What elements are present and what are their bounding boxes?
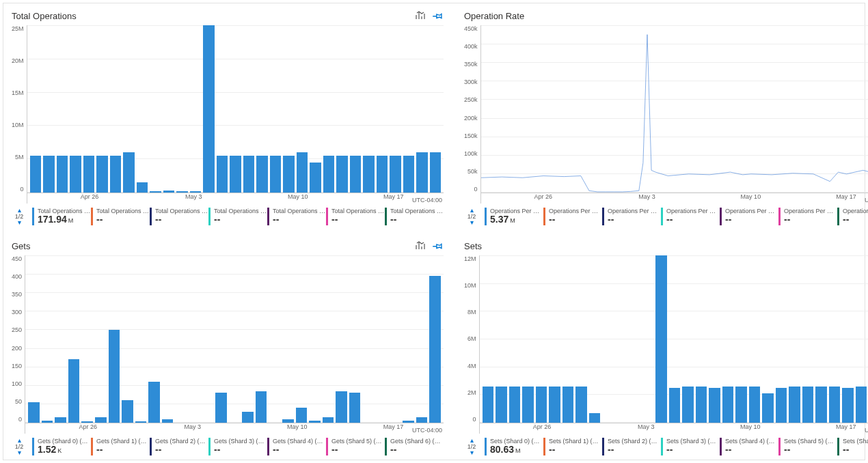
pin-icon[interactable] — [433, 240, 444, 251]
bar[interactable] — [363, 156, 375, 193]
bar[interactable] — [416, 152, 428, 193]
bar[interactable] — [70, 156, 81, 193]
bar[interactable] — [722, 387, 734, 423]
chevron-up-icon[interactable]: ▴ — [18, 208, 21, 213]
bar[interactable] — [83, 156, 95, 193]
bar[interactable] — [856, 387, 867, 423]
bar[interactable] — [55, 417, 66, 423]
chart-plot[interactable]: Apr 26May 3May 10May 17 UTC-04:00 — [25, 255, 444, 434]
legend-pager[interactable]: ▴ 1/2 ▾ — [12, 438, 27, 455]
bar[interactable] — [789, 387, 800, 423]
bar[interactable] — [323, 156, 335, 193]
bar[interactable] — [110, 156, 122, 193]
legend-item[interactable]: Total Operations (Sh…-- — [208, 208, 267, 225]
legend-item[interactable]: Gets (Shard 2) (Sum)-- — [150, 438, 208, 455]
chart-plot[interactable]: Apr 26May 3May 10May 17 UTC-04:00 — [479, 255, 868, 434]
bar[interactable] — [709, 388, 720, 423]
bar[interactable] — [215, 393, 227, 423]
bar[interactable] — [270, 156, 282, 193]
chevron-down-icon[interactable]: ▾ — [470, 450, 474, 455]
bar[interactable] — [349, 393, 361, 423]
legend-item[interactable]: Total Operations (Sh…-- — [91, 208, 150, 225]
bar[interactable] — [802, 387, 814, 423]
chart-options-icon[interactable] — [415, 240, 426, 251]
bar[interactable] — [430, 152, 442, 193]
bar[interactable] — [655, 255, 667, 423]
bar[interactable] — [390, 156, 401, 193]
bar[interactable] — [735, 387, 747, 423]
legend-item[interactable]: Gets (Shard 3) (Sum)-- — [208, 438, 267, 455]
bar[interactable] — [296, 408, 308, 423]
line-series[interactable] — [481, 35, 868, 192]
bar[interactable] — [336, 156, 348, 193]
bar[interactable] — [28, 402, 40, 423]
bar[interactable] — [815, 387, 827, 423]
legend-item[interactable]: Operations Per Secon…5.37M — [485, 208, 543, 225]
bar[interactable] — [297, 152, 308, 193]
legend-item[interactable]: Total Operations (Sh…-- — [385, 208, 444, 225]
bar[interactable] — [43, 156, 55, 193]
legend-item[interactable]: Operations Per Secon…-- — [778, 208, 837, 225]
bar[interactable] — [696, 387, 707, 423]
legend-item[interactable]: Operations Per Secon…-- — [837, 208, 868, 225]
bar[interactable] — [323, 417, 334, 423]
bar[interactable] — [95, 417, 107, 423]
legend-item[interactable]: Sets (Shard 1) (Sum)-- — [543, 438, 602, 455]
legend-item[interactable]: Total Operations (Sh…-- — [267, 208, 326, 225]
chart-plot[interactable]: Apr 26May 3May 10May 17 UTC-04:00 — [480, 25, 868, 204]
legend-item[interactable]: Gets (Shard 5) (Sum)-- — [326, 438, 385, 455]
bar[interactable] — [416, 417, 428, 423]
legend-item[interactable]: Sets (Shard 5) (Sum)-- — [778, 438, 837, 455]
bar[interactable] — [243, 156, 255, 193]
chart-plot[interactable]: Apr 26May 3May 10May 17 UTC-04:00 — [27, 25, 444, 204]
bar[interactable] — [96, 156, 108, 193]
legend-item[interactable]: Gets (Shard 6) (Sum)-- — [385, 438, 444, 455]
bar[interactable] — [842, 388, 854, 423]
bar[interactable] — [536, 387, 547, 423]
bar[interactable] — [256, 156, 268, 193]
bar[interactable] — [589, 413, 601, 423]
bar[interactable] — [483, 387, 494, 423]
chevron-down-icon[interactable]: ▾ — [18, 220, 21, 225]
bar[interactable] — [123, 152, 135, 193]
bar[interactable] — [109, 330, 120, 423]
legend-item[interactable]: Total Operations (Sh…171.94M — [32, 208, 91, 225]
bar[interactable] — [682, 387, 694, 423]
legend-item[interactable]: Operations Per Secon…-- — [661, 208, 720, 225]
legend-item[interactable]: Sets (Shard 2) (Sum)-- — [602, 438, 661, 455]
bar[interactable] — [137, 182, 148, 193]
bar[interactable] — [68, 359, 80, 423]
bar[interactable] — [562, 387, 574, 423]
chevron-up-icon[interactable]: ▴ — [470, 438, 474, 443]
legend-item[interactable]: Sets (Shard 4) (Sum)-- — [720, 438, 778, 455]
legend-item[interactable]: Total Operations (Sh…-- — [326, 208, 385, 225]
legend-item[interactable]: Operations Per Secon…-- — [602, 208, 661, 225]
bar[interactable] — [575, 387, 587, 423]
bar[interactable] — [148, 382, 160, 423]
chevron-down-icon[interactable]: ▾ — [470, 220, 474, 225]
bar[interactable] — [310, 163, 321, 193]
bar[interactable] — [217, 156, 228, 193]
pin-icon[interactable] — [433, 10, 444, 21]
bar[interactable] — [350, 156, 362, 193]
bar[interactable] — [230, 156, 241, 193]
legend-pager[interactable]: ▴ 1/2 ▾ — [464, 208, 479, 225]
legend-item[interactable]: Sets (Shard 3) (Sum)-- — [661, 438, 720, 455]
bar[interactable] — [57, 156, 68, 193]
bar[interactable] — [829, 387, 841, 423]
chart-options-icon[interactable] — [415, 10, 426, 21]
bar[interactable] — [203, 25, 215, 193]
legend-item[interactable]: Sets (Shard 6) (Sum)-- — [837, 438, 868, 455]
bar[interactable] — [669, 388, 681, 423]
bar[interactable] — [336, 391, 347, 423]
bar[interactable] — [122, 400, 133, 423]
legend-item[interactable]: Total Operations (Sh…-- — [150, 208, 208, 225]
legend-item[interactable]: Operations Per Secon…-- — [720, 208, 778, 225]
bar[interactable] — [256, 391, 267, 423]
bar[interactable] — [509, 387, 521, 423]
legend-item[interactable]: Gets (Shard 4) (Sum)-- — [267, 438, 326, 455]
bar[interactable] — [283, 156, 295, 193]
chevron-up-icon[interactable]: ▴ — [470, 208, 474, 213]
bar[interactable] — [30, 156, 42, 193]
chevron-up-icon[interactable]: ▴ — [18, 438, 21, 443]
